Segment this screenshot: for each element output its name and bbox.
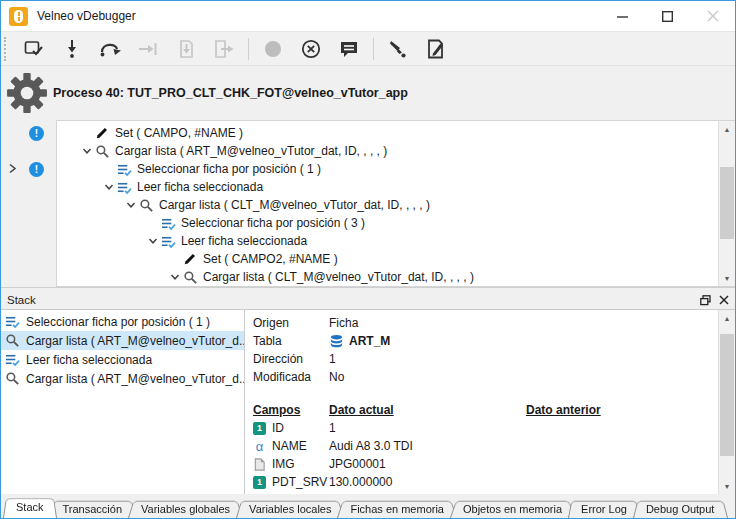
tree-row-label: Cargar lista ( CLT_M@velneo_vTutor_dat, … (203, 270, 474, 284)
stop-button[interactable] (296, 35, 326, 63)
tab-stack[interactable]: Stack (3, 496, 57, 518)
table-row[interactable]: IMG JPG00001 (253, 455, 735, 473)
column-header: Dato actual (329, 403, 526, 417)
tree-row[interactable]: Leer ficha seleccionada (57, 178, 735, 196)
step-into-button[interactable] (57, 35, 87, 63)
tree-row-label: Seleccionar ficha por posición ( 1 ) (137, 162, 321, 176)
exit-subprocess-button[interactable] (209, 35, 239, 63)
tab-variables-locales[interactable]: Variables locales (236, 499, 344, 518)
list-item[interactable]: Leer ficha seleccionada (1, 350, 244, 369)
scroll-down-icon[interactable]: ▼ (719, 270, 735, 286)
brush-icon (387, 38, 409, 60)
tree-row-label: Cargar lista ( ART_M@velneo_vTutor_dat, … (115, 144, 387, 158)
float-panel-icon[interactable] (700, 295, 711, 306)
chevron-down-icon[interactable] (166, 272, 183, 282)
close-panel-icon[interactable] (719, 295, 729, 305)
close-icon (707, 10, 719, 22)
comments-button[interactable] (334, 35, 364, 63)
record-button[interactable] (258, 35, 288, 63)
table-row[interactable]: 1ID 1 (253, 419, 735, 437)
field-current-value: 0 (329, 493, 526, 494)
scroll-down-icon[interactable]: ▼ (719, 478, 735, 494)
tab-debug-output[interactable]: Debug Output (633, 499, 728, 518)
list-check-icon (161, 234, 181, 249)
chevron-down-icon[interactable] (122, 200, 139, 210)
minimize-button[interactable] (600, 1, 645, 31)
tree-row[interactable]: Set ( CAMPO, #NAME ) (57, 124, 735, 142)
tree-scrollbar[interactable]: ▲ ▼ (718, 121, 735, 286)
close-button[interactable] (690, 1, 735, 31)
toolbar-grip[interactable] (4, 37, 9, 61)
table-row[interactable]: 1PRE 0 (253, 491, 735, 494)
run-to-cursor-button[interactable] (19, 35, 49, 63)
page-edit-icon (425, 38, 447, 60)
process-header: Proceso 40: TUT_PRO_CLT_CHK_FOT@velneo_v… (1, 66, 735, 120)
table-row[interactable]: 1PDT_SRV 130.000000 (253, 473, 735, 491)
tree-row-label: Cargar lista ( CLT_M@velneo_vTutor_dat, … (159, 198, 430, 212)
tree-row[interactable]: Cargar lista ( CLT_M@velneo_vTutor_dat, … (57, 196, 735, 214)
gear-icon (6, 72, 48, 114)
scroll-up-icon[interactable]: ▲ (719, 121, 735, 137)
chevron-right-icon[interactable] (8, 163, 17, 174)
maximize-button[interactable] (645, 1, 690, 31)
tree-row[interactable]: Cargar lista ( ART_M@velneo_vTutor_dat, … (57, 142, 735, 160)
step-out-button[interactable] (133, 35, 163, 63)
field-name: PRE (272, 493, 297, 494)
tree-row[interactable]: Set ( CAMPO2, #NAME ) (57, 250, 735, 268)
step-over-button[interactable] (95, 35, 125, 63)
debug-toolbar (1, 31, 735, 66)
tab-transaccion[interactable]: Transacción (50, 499, 136, 518)
chevron-down-icon[interactable] (78, 146, 95, 156)
stack-scrollbar[interactable]: ▲ ▼ (718, 310, 735, 494)
arrow-to-bar-icon (137, 38, 159, 60)
numeric-field-icon: 1 (253, 476, 266, 489)
tab-objetos-en-memoria[interactable]: Objetos en memoria (450, 499, 575, 518)
chevron-down-icon[interactable] (144, 236, 161, 246)
tab-fichas-en-memoria[interactable]: Fichas en memoria (337, 499, 457, 518)
search-icon (5, 371, 26, 386)
chevron-down-icon[interactable] (100, 182, 117, 192)
list-check-icon (161, 216, 181, 231)
tree-row-label: Set ( CAMPO2, #NAME ) (203, 252, 338, 266)
search-icon (95, 144, 115, 159)
detail-value: Ficha (329, 316, 358, 330)
field-current-value: Audi A8 3.0 TDI (329, 439, 526, 453)
tree-row-label: Leer ficha seleccionada (137, 180, 263, 194)
detail-row: Dirección 1 (253, 350, 735, 368)
tree-row[interactable]: Seleccionar ficha por posición ( 3 ) (57, 214, 735, 232)
search-icon (139, 198, 159, 213)
instruction-tree-region: ! ! Set ( CAMPO, #NAME ) (1, 120, 735, 287)
field-name: ID (272, 421, 284, 435)
curved-arrow-icon (98, 38, 122, 60)
tree-row[interactable]: Cargar lista ( CLT_M@velneo_vTutor_dat, … (57, 268, 735, 286)
clean-button[interactable] (383, 35, 413, 63)
pencil-icon (95, 126, 115, 140)
detail-label: Modificada (253, 370, 329, 384)
edit-process-button[interactable] (421, 35, 451, 63)
maximize-icon (662, 11, 673, 22)
tab-error-log[interactable]: Error Log (568, 499, 640, 518)
tree-row[interactable]: Seleccionar ficha por posición ( 1 ) (57, 160, 735, 178)
tree-row-label: Leer ficha seleccionada (181, 234, 307, 248)
pencil-icon (183, 252, 203, 266)
tree-row-label: Set ( CAMPO, #NAME ) (115, 126, 243, 140)
detail-row: Modificada No (253, 368, 735, 386)
velneo-app-icon (9, 7, 28, 26)
search-icon (183, 270, 203, 285)
detail-value: 1 (329, 352, 336, 366)
list-item[interactable]: Cargar lista ( ART_M@velneo_vTutor_d... (1, 331, 244, 350)
scrollbar-thumb[interactable] (720, 334, 734, 456)
list-item[interactable]: Cargar lista ( ART_M@velneo_vTutor_d... (1, 369, 244, 388)
enter-subprocess-button[interactable] (171, 35, 201, 63)
table-row[interactable]: αNAME Audi A8 3.0 TDI (253, 437, 735, 455)
fields-table: Campos Dato actual Dato anterior 1ID 1 α… (253, 401, 735, 494)
scrollbar-thumb[interactable] (720, 167, 734, 239)
tree-row[interactable]: Leer ficha seleccionada (57, 232, 735, 250)
info-badge-icon: ! (29, 162, 44, 177)
dock-title-label: Stack (7, 294, 36, 306)
info-badge-icon: ! (29, 126, 44, 141)
field-name: NAME (272, 439, 307, 453)
list-item[interactable]: Seleccionar ficha por posición ( 1 ) (1, 312, 244, 331)
scroll-up-icon[interactable]: ▲ (719, 310, 735, 326)
tab-variables-globales[interactable]: Variables globales (128, 499, 243, 518)
